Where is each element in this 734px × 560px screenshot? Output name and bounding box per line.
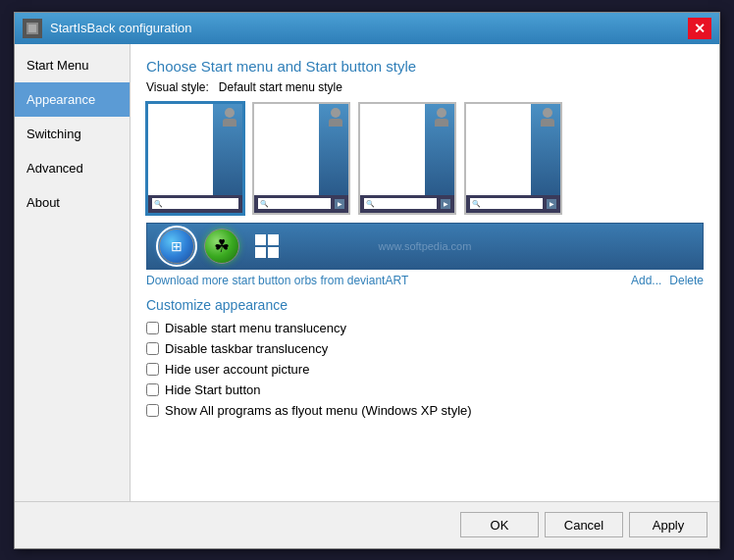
checkbox-disable-translucency-input[interactable] [146, 322, 159, 334]
preview-user-4 [537, 108, 558, 131]
checkbox-show-all-programs-input[interactable] [146, 404, 159, 417]
user-head-2 [331, 108, 341, 118]
style-preview-1[interactable]: 🔍 [146, 102, 244, 215]
orb-windows[interactable] [159, 229, 194, 264]
style-preview-2[interactable]: 🔍 ▶ [252, 102, 350, 215]
svg-rect-5 [268, 247, 279, 258]
style-preview-3[interactable]: 🔍 ▶ [358, 102, 456, 215]
orb-strip [146, 223, 704, 270]
checkbox-disable-translucency-label[interactable]: Disable start menu translucency [165, 321, 346, 335]
svg-rect-2 [255, 234, 266, 245]
preview-inner-2: 🔍 ▶ [254, 104, 348, 213]
delete-button[interactable]: Delete [669, 274, 704, 287]
preview-taskbar-3: 🔍 ▶ [360, 195, 454, 213]
preview-taskbar-1: 🔍 [148, 195, 242, 213]
user-body-3 [435, 119, 448, 127]
preview-search-3: 🔍 [364, 198, 437, 209]
main-content: Choose Start menu and Start button style… [131, 44, 719, 501]
add-button[interactable]: Add... [631, 274, 661, 287]
add-delete-row: Download more start button orbs from dev… [146, 274, 704, 287]
sidebar-item-start-menu[interactable]: Start Menu [15, 48, 130, 82]
checkbox-hide-start: Hide Start button [146, 382, 704, 397]
preview-taskbar-4: 🔍 ▶ [466, 195, 560, 213]
checkbox-hide-account: Hide user account picture [146, 362, 704, 377]
title-bar-left: StartIsBack configuration [23, 19, 192, 38]
add-delete-links: Add... Delete [631, 274, 704, 287]
orb-container: www.softpedia.com [146, 223, 704, 270]
preview-arrow-2: ▶ [335, 199, 344, 209]
preview-user-3 [431, 108, 452, 131]
preview-inner-3: 🔍 ▶ [360, 104, 454, 213]
preview-white-3 [360, 104, 454, 195]
style-preview-4[interactable]: 🔍 ▶ [464, 102, 562, 215]
preview-arrow-4: ▶ [547, 199, 556, 209]
svg-rect-1 [28, 25, 36, 32]
preview-white-1 [148, 104, 242, 195]
sidebar: Start Menu Appearance Switching Advanced… [15, 44, 131, 501]
checkbox-hide-account-label[interactable]: Hide user account picture [165, 362, 309, 377]
window-body: Start Menu Appearance Switching Advanced… [15, 44, 719, 501]
checkbox-hide-start-label[interactable]: Hide Start button [165, 382, 261, 397]
sidebar-item-about[interactable]: About [15, 185, 130, 220]
user-body-2 [329, 119, 342, 127]
cancel-button[interactable]: Cancel [545, 512, 623, 537]
preview-search-2: 🔍 [258, 198, 331, 209]
checkbox-disable-taskbar: Disable taskbar translucency [146, 341, 704, 356]
visual-style-value: Default start menu style [219, 80, 342, 94]
preview-white-2 [254, 104, 348, 195]
checkbox-disable-taskbar-label[interactable]: Disable taskbar translucency [165, 341, 328, 356]
apply-button[interactable]: Apply [629, 512, 708, 537]
preview-search-1: 🔍 [152, 198, 238, 209]
title-bar: StartIsBack configuration ✕ [15, 13, 719, 44]
preview-user-2 [325, 108, 346, 131]
section-title: Choose Start menu and Start button style [146, 58, 704, 75]
orb-win8[interactable] [249, 229, 285, 264]
user-body-4 [541, 119, 554, 127]
orb-green[interactable] [204, 229, 239, 264]
svg-rect-3 [268, 234, 279, 245]
sidebar-item-advanced[interactable]: Advanced [15, 151, 130, 185]
sidebar-item-switching[interactable]: Switching [15, 117, 130, 151]
footer: OK Cancel Apply [15, 501, 719, 548]
preview-arrow-3: ▶ [441, 199, 450, 209]
preview-white-4 [466, 104, 560, 195]
checkbox-show-all-programs: Show All programs as flyout menu (Window… [146, 403, 704, 418]
main-window: StartIsBack configuration ✕ Start Menu A… [14, 12, 720, 549]
checkbox-disable-translucency: Disable start menu translucency [146, 321, 704, 335]
preview-inner-4: 🔍 ▶ [466, 104, 560, 213]
visual-style-row: Visual style: Default start menu style [146, 80, 704, 94]
visual-style-label: Visual style: [146, 80, 209, 94]
app-icon [23, 19, 42, 38]
preview-user-1 [219, 108, 240, 131]
deviant-link[interactable]: Download more start button orbs from dev… [146, 274, 408, 287]
sidebar-item-appearance[interactable]: Appearance [15, 82, 130, 117]
window-title: StartIsBack configuration [50, 21, 192, 35]
preview-taskbar-2: 🔍 ▶ [254, 195, 348, 213]
checkbox-disable-taskbar-input[interactable] [146, 342, 159, 355]
checkbox-hide-start-input[interactable] [146, 383, 159, 396]
ok-button[interactable]: OK [460, 512, 539, 537]
customize-title: Customize appearance [146, 297, 704, 313]
checkbox-show-all-programs-label[interactable]: Show All programs as flyout menu (Window… [165, 403, 472, 418]
preview-inner-1: 🔍 [148, 104, 242, 213]
user-head-3 [437, 108, 446, 118]
checkbox-hide-account-input[interactable] [146, 363, 159, 376]
svg-rect-4 [255, 247, 266, 258]
user-head-1 [225, 108, 235, 118]
preview-search-4: 🔍 [470, 198, 543, 209]
close-button[interactable]: ✕ [688, 18, 711, 39]
user-head-4 [543, 108, 552, 118]
user-body-1 [223, 119, 236, 127]
style-previews: 🔍 [146, 102, 704, 215]
